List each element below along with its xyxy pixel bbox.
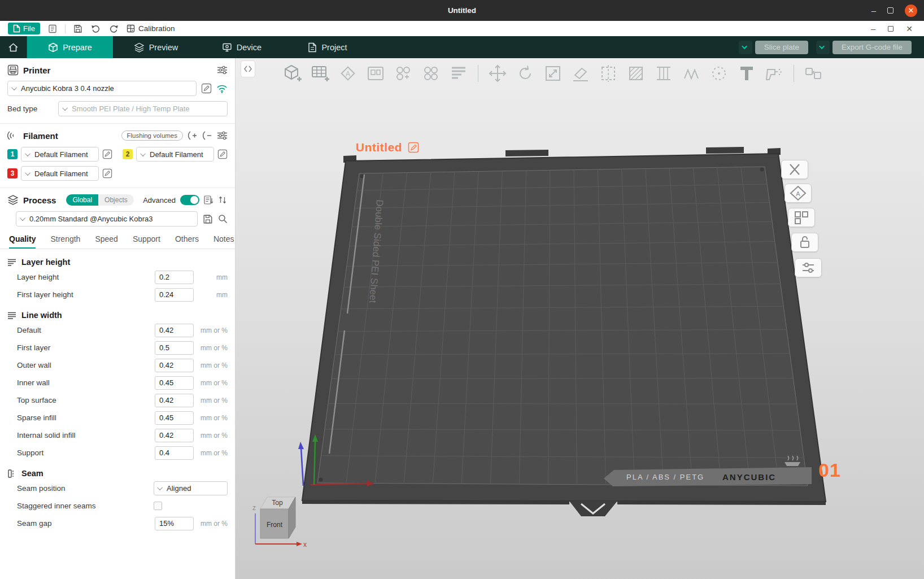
calibration-menu-item[interactable]: Calibration bbox=[127, 24, 175, 33]
advanced-toggle[interactable] bbox=[180, 195, 199, 205]
tab-others[interactable]: Others bbox=[175, 234, 199, 249]
undo-icon[interactable] bbox=[90, 23, 102, 34]
printer-select[interactable]: Anycubic Kobra 3 0.4 nozzle bbox=[7, 81, 197, 96]
seam-gap-input[interactable] bbox=[155, 517, 194, 530]
edit-filament-3-icon[interactable] bbox=[102, 168, 112, 179]
chevron-down-icon bbox=[11, 85, 17, 90]
home-button[interactable] bbox=[0, 36, 27, 58]
tab-prepare[interactable]: Prepare bbox=[27, 36, 113, 58]
filament-2-badge[interactable]: 2 bbox=[123, 149, 133, 159]
first-layer-height-input[interactable] bbox=[155, 288, 194, 302]
app-minimize-button[interactable]: – bbox=[871, 27, 875, 31]
redo-icon[interactable] bbox=[108, 23, 120, 34]
tab-quality[interactable]: Quality bbox=[9, 234, 36, 249]
wifi-icon[interactable] bbox=[216, 84, 228, 93]
filament-1-select[interactable]: Default Filament bbox=[21, 147, 99, 162]
line-width-top-surface-input[interactable] bbox=[155, 394, 194, 407]
line-width-inner-wall-input[interactable] bbox=[155, 376, 194, 390]
line-width-default-input[interactable] bbox=[155, 324, 194, 337]
auto-orient-button[interactable]: A bbox=[784, 184, 812, 203]
nav-cube[interactable]: Top Front z x bbox=[252, 493, 309, 555]
window-maximize-button[interactable] bbox=[887, 7, 894, 14]
lay-on-face-icon[interactable] bbox=[570, 63, 591, 84]
flushing-volumes-button[interactable]: Flushing volumes bbox=[121, 130, 183, 141]
paint-fill-icon[interactable] bbox=[625, 63, 647, 84]
auto-orient-icon[interactable]: A bbox=[337, 63, 359, 84]
navcube-top-label[interactable]: Top bbox=[272, 499, 283, 507]
line-width-sparse-infill-input[interactable] bbox=[155, 411, 194, 425]
edit-filament-1-icon[interactable] bbox=[102, 149, 112, 159]
notes-icon[interactable] bbox=[47, 23, 58, 34]
preset-list-icon[interactable] bbox=[204, 195, 213, 204]
filament-1-badge[interactable]: 1 bbox=[7, 149, 18, 159]
delete-all-button[interactable] bbox=[781, 160, 808, 179]
window-close-button[interactable]: ✕ bbox=[905, 5, 917, 17]
edit-title-icon[interactable] bbox=[408, 142, 419, 153]
add-filament-icon[interactable] bbox=[188, 131, 198, 140]
split-objects-icon[interactable] bbox=[393, 63, 414, 84]
tab-support[interactable]: Support bbox=[133, 234, 160, 249]
filament-3-select[interactable]: Default Filament bbox=[21, 166, 99, 181]
add-plate-icon[interactable] bbox=[310, 63, 331, 84]
viewport-3d[interactable]: A Untitl bbox=[236, 58, 924, 579]
line-width-outer-wall-input[interactable] bbox=[155, 359, 194, 372]
filament-2-select[interactable]: Default Filament bbox=[136, 147, 214, 162]
export-gcode-button[interactable]: Export G-code file bbox=[816, 41, 912, 54]
variable-layer-height-icon[interactable] bbox=[448, 63, 469, 84]
app-close-button[interactable]: ✕ bbox=[906, 24, 913, 33]
process-tabs: Quality Strength Speed Support Others No… bbox=[7, 234, 228, 249]
seam-position-select[interactable]: Aligned bbox=[154, 481, 228, 495]
move-icon[interactable] bbox=[487, 63, 508, 84]
slice-plate-button[interactable]: Slice plate bbox=[739, 41, 808, 54]
tab-notes[interactable]: Notes bbox=[213, 234, 234, 249]
scale-icon[interactable] bbox=[542, 63, 564, 84]
save-preset-icon[interactable] bbox=[203, 214, 213, 224]
measure-icon[interactable] bbox=[708, 63, 730, 84]
process-preset-select[interactable]: 0.20mm Standard @Anycubic Kobra3 bbox=[16, 211, 198, 227]
line-width-internal-solid-input[interactable] bbox=[155, 429, 194, 442]
compare-presets-icon[interactable] bbox=[218, 195, 228, 204]
printer-settings-icon[interactable] bbox=[217, 66, 228, 75]
line-width-support-input[interactable] bbox=[155, 446, 194, 460]
text-icon[interactable] bbox=[736, 63, 757, 84]
process-scope-toggle[interactable]: Global Objects bbox=[66, 194, 133, 206]
app-maximize-button[interactable] bbox=[888, 26, 894, 32]
cut-icon[interactable] bbox=[598, 63, 619, 84]
search-settings-icon[interactable] bbox=[218, 214, 228, 224]
tab-preview[interactable]: Preview bbox=[113, 36, 199, 58]
line-width-first-layer-input[interactable] bbox=[155, 341, 194, 355]
toolbar-config-button[interactable] bbox=[795, 258, 822, 277]
sidebar-collapse-button[interactable] bbox=[241, 60, 255, 77]
scope-global-option[interactable]: Global bbox=[66, 194, 98, 206]
filament-settings-icon[interactable] bbox=[217, 131, 228, 140]
filament-3-badge[interactable]: 3 bbox=[7, 168, 18, 179]
assembly-icon[interactable] bbox=[803, 63, 824, 84]
slice-dropdown-icon[interactable] bbox=[739, 41, 752, 54]
bed-type-select[interactable]: Smooth PEI Plate / High Temp Plate bbox=[58, 101, 228, 116]
color-paint-icon[interactable] bbox=[764, 63, 785, 84]
support-paint-icon[interactable] bbox=[653, 63, 674, 84]
file-menu-button[interactable]: File bbox=[8, 23, 40, 34]
remove-filament-icon[interactable] bbox=[202, 131, 212, 140]
rotate-icon[interactable] bbox=[515, 63, 536, 84]
edit-printer-icon[interactable] bbox=[201, 83, 212, 94]
scope-objects-option[interactable]: Objects bbox=[98, 194, 134, 206]
lock-button[interactable] bbox=[791, 233, 818, 252]
export-dropdown-icon[interactable] bbox=[816, 41, 830, 54]
arrange-plate-button[interactable] bbox=[788, 208, 815, 227]
toolbar-divider bbox=[478, 65, 478, 82]
add-model-icon[interactable] bbox=[282, 63, 303, 84]
layer-height-input[interactable] bbox=[155, 271, 194, 284]
staggered-inner-seams-checkbox[interactable] bbox=[154, 502, 162, 510]
tab-project[interactable]: Project bbox=[285, 36, 371, 58]
tab-device[interactable]: Device bbox=[199, 36, 285, 58]
arrange-icon[interactable] bbox=[365, 63, 386, 84]
save-icon[interactable] bbox=[72, 23, 84, 34]
seam-paint-icon[interactable] bbox=[681, 63, 702, 84]
split-parts-icon[interactable] bbox=[420, 63, 442, 84]
tab-strength[interactable]: Strength bbox=[50, 234, 80, 249]
navcube-front-label[interactable]: Front bbox=[267, 521, 283, 529]
window-minimize-button[interactable]: – bbox=[871, 8, 876, 14]
tab-speed[interactable]: Speed bbox=[95, 234, 117, 249]
edit-filament-2-icon[interactable] bbox=[217, 149, 228, 159]
